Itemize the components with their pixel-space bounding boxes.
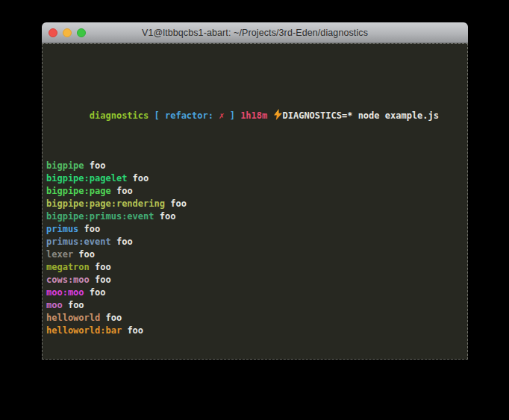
log-namespace: helloworld (46, 313, 100, 323)
log-line: bigpipe:page:rendering foo (46, 198, 463, 210)
terminal-content[interactable]: diagnostics [ refactor: ✗ ] 1h18m DIAGNO… (42, 43, 468, 360)
log-namespace: bigpipe (46, 160, 84, 171)
log-line: helloworld:bar foo (46, 325, 463, 337)
lightning-icon (274, 109, 282, 124)
log-namespace: bigpipe:pagelet (46, 173, 127, 184)
log-output: bigpipe foobigpipe:pagelet foobigpipe:pa… (46, 160, 463, 337)
log-line: cows:moo foo (46, 274, 463, 286)
log-line: bigpipe:pagelet foo (46, 172, 463, 185)
terminal-window: V1@ltbbqcbs1-abart: ~/Projects/3rd-Eden/… (42, 22, 468, 360)
log-message: foo (127, 173, 149, 184)
log-line: bigpipe:page foo (46, 185, 463, 198)
command-text: DIAGNOSTICS=* node example.js (283, 110, 440, 121)
log-namespace: lexer (46, 249, 73, 260)
log-message: foo (90, 262, 111, 272)
prompt-segment: 1h18m (240, 110, 267, 121)
log-namespace: helloworld:bar (46, 325, 122, 336)
log-message: foo (73, 249, 95, 260)
log-namespace: moo (46, 300, 63, 310)
log-line: lexer foo (46, 248, 463, 261)
minimize-icon[interactable] (63, 28, 72, 37)
log-namespace: bigpipe:page:rendering (46, 198, 165, 209)
log-line: primus foo (46, 223, 463, 236)
log-namespace: primus (46, 224, 78, 234)
prompt-segment: ✗ (213, 110, 224, 121)
prompt-segment: ] (224, 110, 240, 121)
log-message: foo (165, 198, 187, 209)
log-message: foo (84, 287, 106, 298)
log-message: foo (90, 275, 111, 285)
log-namespace: moo:moo (46, 287, 84, 298)
log-message: foo (111, 186, 133, 196)
log-namespace: megatron (46, 262, 90, 272)
title-bar[interactable]: V1@ltbbqcbs1-abart: ~/Projects/3rd-Eden/… (42, 22, 468, 43)
log-message: foo (78, 224, 100, 234)
close-icon[interactable] (49, 28, 57, 37)
log-line: primus:event foo (46, 236, 463, 248)
log-message: foo (154, 211, 176, 222)
log-namespace: bigpipe:page (46, 186, 111, 196)
shell-prompt: diagnostics [ refactor: ✗ ] 1h18m (90, 110, 273, 121)
prompt-segment: diagnostics (90, 110, 149, 121)
log-message: foo (111, 236, 133, 247)
log-line: bigpipe foo (46, 160, 463, 172)
log-line: helloworld foo (46, 312, 463, 325)
log-line: moo foo (46, 299, 463, 312)
prompt-segment: refactor: (165, 110, 213, 121)
log-line: megatron foo (46, 261, 463, 274)
prompt-segment: [ (149, 110, 165, 121)
desktop-background: V1@ltbbqcbs1-abart: ~/Projects/3rd-Eden/… (0, 0, 509, 420)
window-controls (49, 22, 86, 43)
log-message: foo (100, 313, 122, 323)
window-title: V1@ltbbqcbs1-abart: ~/Projects/3rd-Eden/… (142, 28, 368, 38)
prompt-line: diagnostics [ refactor: ✗ ] 1h18m DIAGNO… (46, 96, 463, 109)
log-line: bigpipe:primus:event foo (46, 210, 463, 223)
prompt-segment (267, 110, 272, 121)
log-message: foo (84, 160, 106, 171)
log-message: foo (122, 325, 143, 336)
log-message: foo (63, 300, 84, 310)
zoom-icon[interactable] (77, 28, 86, 37)
log-namespace: primus:event (46, 236, 111, 247)
log-namespace: bigpipe:primus:event (46, 211, 154, 222)
log-line: moo:moo foo (46, 286, 463, 299)
log-namespace: cows:moo (46, 275, 90, 285)
